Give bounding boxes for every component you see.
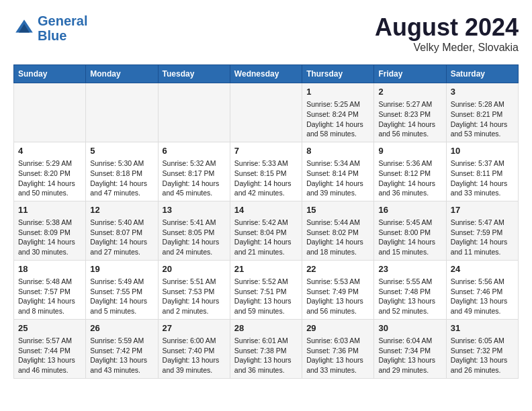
day-number-15: 15 [306,204,369,216]
day-number-19: 19 [90,263,153,275]
day-cell-18: 18Sunrise: 5:48 AM Sunset: 7:57 PM Dayli… [14,260,86,319]
logo-line1: General [38,13,87,28]
day-info-8: Sunrise: 5:34 AM Sunset: 8:14 PM Dayligh… [306,158,369,198]
day-cell-7: 7Sunrise: 5:33 AM Sunset: 8:15 PM Daylig… [230,142,302,201]
day-info-4: Sunrise: 5:29 AM Sunset: 8:20 PM Dayligh… [18,158,81,198]
day-info-26: Sunrise: 5:59 AM Sunset: 7:42 PM Dayligh… [90,336,153,375]
day-number-12: 12 [90,204,153,216]
day-cell-23: 23Sunrise: 5:55 AM Sunset: 7:48 PM Dayli… [374,260,446,319]
day-info-25: Sunrise: 5:57 AM Sunset: 7:44 PM Dayligh… [18,336,81,375]
day-info-30: Sunrise: 6:04 AM Sunset: 7:34 PM Dayligh… [378,336,441,375]
day-cell-12: 12Sunrise: 5:40 AM Sunset: 8:07 PM Dayli… [86,201,158,260]
day-cell-2: 2Sunrise: 5:27 AM Sunset: 8:23 PM Daylig… [374,83,446,142]
logo-text: General Blue [38,13,87,43]
day-info-15: Sunrise: 5:44 AM Sunset: 8:02 PM Dayligh… [306,218,369,257]
day-cell-4: 4Sunrise: 5:29 AM Sunset: 8:20 PM Daylig… [14,142,86,201]
header-day-sunday: Sunday [14,65,86,83]
day-info-5: Sunrise: 5:30 AM Sunset: 8:18 PM Dayligh… [90,158,153,198]
day-info-11: Sunrise: 5:38 AM Sunset: 8:09 PM Dayligh… [18,218,81,257]
day-number-22: 22 [306,263,369,275]
logo: General Blue [13,13,87,43]
day-info-18: Sunrise: 5:48 AM Sunset: 7:57 PM Dayligh… [18,277,81,316]
title-block: August 2024 Velky Meder, Slovakia [375,13,519,54]
day-cell-24: 24Sunrise: 5:56 AM Sunset: 7:46 PM Dayli… [446,260,518,319]
day-cell-29: 29Sunrise: 6:03 AM Sunset: 7:36 PM Dayli… [302,319,374,378]
day-info-3: Sunrise: 5:28 AM Sunset: 8:21 PM Dayligh… [451,99,514,139]
day-info-20: Sunrise: 5:51 AM Sunset: 7:53 PM Dayligh… [163,277,226,316]
day-number-10: 10 [451,145,514,157]
header-day-tuesday: Tuesday [158,65,230,83]
day-cell-15: 15Sunrise: 5:44 AM Sunset: 8:02 PM Dayli… [302,201,374,260]
day-cell-30: 30Sunrise: 6:04 AM Sunset: 7:34 PM Dayli… [374,319,446,378]
day-number-24: 24 [451,263,514,275]
header-day-wednesday: Wednesday [230,65,302,83]
day-number-9: 9 [378,145,441,157]
empty-cell [86,83,158,142]
day-cell-10: 10Sunrise: 5:37 AM Sunset: 8:11 PM Dayli… [446,142,518,201]
empty-cell [14,83,86,142]
day-number-14: 14 [234,204,298,216]
week-row-1: 1Sunrise: 5:25 AM Sunset: 8:24 PM Daylig… [14,83,519,142]
day-info-7: Sunrise: 5:33 AM Sunset: 8:15 PM Dayligh… [234,158,298,198]
day-cell-1: 1Sunrise: 5:25 AM Sunset: 8:24 PM Daylig… [302,83,374,142]
day-info-29: Sunrise: 6:03 AM Sunset: 7:36 PM Dayligh… [306,336,369,375]
day-number-21: 21 [234,263,298,275]
day-cell-28: 28Sunrise: 6:01 AM Sunset: 7:38 PM Dayli… [230,319,302,378]
day-number-20: 20 [163,263,226,275]
day-number-5: 5 [90,145,153,157]
day-info-17: Sunrise: 5:47 AM Sunset: 7:59 PM Dayligh… [451,218,514,257]
day-cell-14: 14Sunrise: 5:42 AM Sunset: 8:04 PM Dayli… [230,201,302,260]
day-number-26: 26 [90,322,153,334]
day-info-31: Sunrise: 6:05 AM Sunset: 7:32 PM Dayligh… [451,336,514,375]
main-title: August 2024 [375,13,519,42]
day-info-23: Sunrise: 5:55 AM Sunset: 7:48 PM Dayligh… [378,277,441,316]
empty-cell [158,83,230,142]
header-row: SundayMondayTuesdayWednesdayThursdayFrid… [14,65,519,83]
day-info-21: Sunrise: 5:52 AM Sunset: 7:51 PM Dayligh… [234,277,298,316]
day-number-4: 4 [18,145,81,157]
day-info-16: Sunrise: 5:45 AM Sunset: 8:00 PM Dayligh… [378,218,441,257]
day-info-27: Sunrise: 6:00 AM Sunset: 7:40 PM Dayligh… [163,336,226,375]
day-cell-21: 21Sunrise: 5:52 AM Sunset: 7:51 PM Dayli… [230,260,302,319]
day-cell-11: 11Sunrise: 5:38 AM Sunset: 8:09 PM Dayli… [14,201,86,260]
day-number-8: 8 [306,145,369,157]
day-number-31: 31 [451,322,514,334]
day-info-1: Sunrise: 5:25 AM Sunset: 8:24 PM Dayligh… [306,99,369,139]
day-cell-19: 19Sunrise: 5:49 AM Sunset: 7:55 PM Dayli… [86,260,158,319]
header-day-monday: Monday [86,65,158,83]
day-cell-25: 25Sunrise: 5:57 AM Sunset: 7:44 PM Dayli… [14,319,86,378]
week-row-2: 4Sunrise: 5:29 AM Sunset: 8:20 PM Daylig… [14,142,519,201]
day-info-28: Sunrise: 6:01 AM Sunset: 7:38 PM Dayligh… [234,336,298,375]
day-number-28: 28 [234,322,298,334]
day-number-30: 30 [378,322,441,334]
header-day-thursday: Thursday [302,65,374,83]
day-number-23: 23 [378,263,441,275]
day-cell-6: 6Sunrise: 5:32 AM Sunset: 8:17 PM Daylig… [158,142,230,201]
day-cell-20: 20Sunrise: 5:51 AM Sunset: 7:53 PM Dayli… [158,260,230,319]
day-number-29: 29 [306,322,369,334]
day-number-11: 11 [18,204,81,216]
day-info-19: Sunrise: 5:49 AM Sunset: 7:55 PM Dayligh… [90,277,153,316]
calendar-table: SundayMondayTuesdayWednesdayThursdayFrid… [13,64,519,379]
day-number-6: 6 [163,145,226,157]
day-info-6: Sunrise: 5:32 AM Sunset: 8:17 PM Dayligh… [163,158,226,198]
week-row-3: 11Sunrise: 5:38 AM Sunset: 8:09 PM Dayli… [14,201,519,260]
day-info-12: Sunrise: 5:40 AM Sunset: 8:07 PM Dayligh… [90,218,153,257]
page-header: General Blue August 2024 Velky Meder, Sl… [13,13,519,54]
day-info-2: Sunrise: 5:27 AM Sunset: 8:23 PM Dayligh… [378,99,441,139]
day-cell-17: 17Sunrise: 5:47 AM Sunset: 7:59 PM Dayli… [446,201,518,260]
header-day-saturday: Saturday [446,65,518,83]
week-row-5: 25Sunrise: 5:57 AM Sunset: 7:44 PM Dayli… [14,319,519,378]
day-info-14: Sunrise: 5:42 AM Sunset: 8:04 PM Dayligh… [234,218,298,257]
empty-cell [230,83,302,142]
day-cell-9: 9Sunrise: 5:36 AM Sunset: 8:12 PM Daylig… [374,142,446,201]
day-number-16: 16 [378,204,441,216]
day-info-10: Sunrise: 5:37 AM Sunset: 8:11 PM Dayligh… [451,158,514,198]
logo-icon [13,17,35,39]
day-number-27: 27 [163,322,226,334]
day-info-24: Sunrise: 5:56 AM Sunset: 7:46 PM Dayligh… [451,277,514,316]
logo-line2: Blue [38,28,66,43]
day-number-3: 3 [451,86,514,98]
day-cell-31: 31Sunrise: 6:05 AM Sunset: 7:32 PM Dayli… [446,319,518,378]
day-cell-5: 5Sunrise: 5:30 AM Sunset: 8:18 PM Daylig… [86,142,158,201]
